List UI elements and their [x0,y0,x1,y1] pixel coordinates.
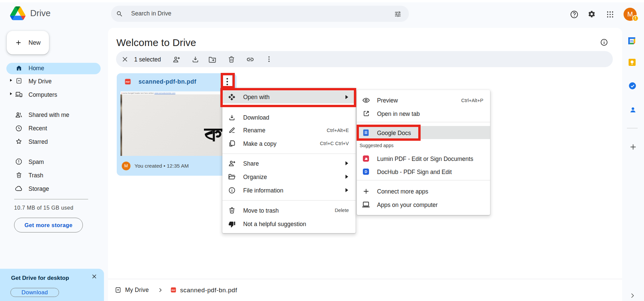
svg-text:PDF: PDF [171,289,175,291]
svg-text:PDF: PDF [126,81,130,83]
svg-text:31: 31 [630,39,634,43]
svg-text:D: D [365,170,367,174]
